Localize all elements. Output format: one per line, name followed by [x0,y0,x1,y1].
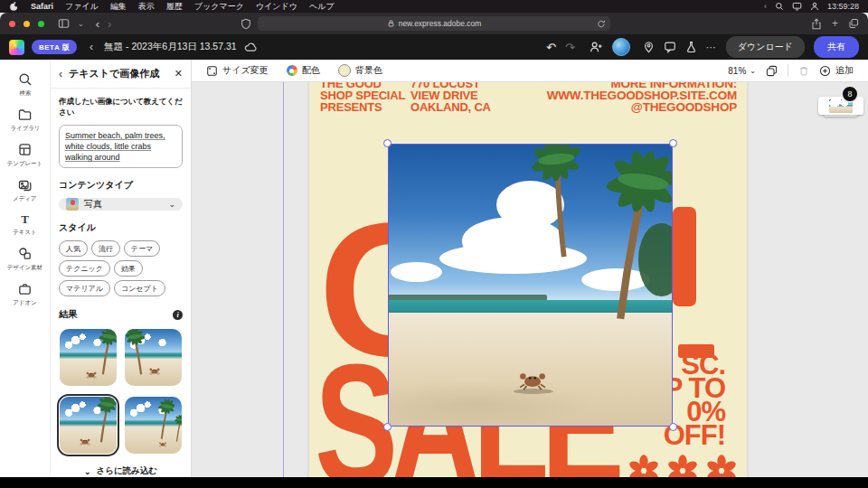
share-icon[interactable] [811,18,822,30]
user-menu-icon[interactable] [810,2,819,11]
comments-icon[interactable] [664,41,676,53]
results-grid [59,329,183,454]
rail-item-media[interactable]: メディア [0,174,50,209]
result-thumbnail-1[interactable] [60,329,117,386]
load-more-button[interactable]: ⌄ さらに読み込む [59,465,183,477]
left-rail: 検索 ライブラリ テンプレート メディア T テキスト デザイン素材 [0,60,50,477]
zoom-control[interactable]: 81% ⌄ [728,66,756,76]
redo-icon[interactable]: ↷ [565,42,575,53]
info-icon[interactable]: i [173,310,183,320]
chip-effect[interactable]: 効果 [114,260,143,277]
cloud-sync-icon[interactable] [244,42,258,52]
chevron-down-icon: ⌄ [750,67,756,75]
duplicate-page-icon[interactable] [766,65,778,77]
menu-view[interactable]: 表示 [138,1,155,13]
forward-button[interactable]: › [108,17,111,31]
tab-overview-icon[interactable] [848,18,859,29]
pages-count-badge[interactable]: 8 [841,85,859,103]
back-to-home-icon[interactable]: ‹ [90,41,93,53]
pages-stack-thumbnail[interactable] [817,97,864,127]
chip-popular[interactable]: 人気 [59,240,88,257]
rail-item-design-assets[interactable]: デザイン素材 [0,242,50,277]
rail-item-templates[interactable]: テンプレート [0,138,50,174]
menubar-app-name[interactable]: Safari [31,2,53,11]
prompt-input[interactable]: Summer beach, palm trees, white clouds, … [59,125,183,168]
panel-close-icon[interactable]: ✕ [175,68,183,80]
chip-concept[interactable]: コンセプト [114,280,165,296]
selected-beach-image[interactable] [388,144,673,427]
menubar-chevron-icon[interactable]: ‹ [764,2,767,11]
folder-icon [18,108,32,121]
media-icon [18,178,32,192]
address-bar[interactable]: new.express.adobe.com [258,16,610,31]
privacy-shield-icon[interactable] [241,18,251,30]
canvas-area[interactable]: THE GOOD SHOP SPECIAL PRESENTS 770 LOCUS… [192,82,868,477]
document-title[interactable]: 無題 - 2023年6月13日 13.57.31 [104,41,237,53]
chip-technique[interactable]: テクニック [59,260,110,277]
reload-icon[interactable] [597,19,606,29]
poster-text-presents[interactable]: THE GOOD SHOP SPECIAL PRESENTS [320,82,405,113]
download-button[interactable]: ダウンロード [726,36,805,58]
crab-figure [516,370,549,390]
chip-material[interactable]: マテリアル [59,280,110,296]
beta-badge: BETA 版 [32,40,77,54]
more-options-icon[interactable]: ⋯ [706,42,717,53]
menu-help[interactable]: ヘルプ [309,1,335,13]
rail-item-addons[interactable]: アドオン [0,277,50,313]
new-tab-icon[interactable]: + [832,17,838,30]
panel-title: テキストで画像作成 [69,67,168,80]
flower-asterisk-icons [627,455,738,477]
poster-text-info[interactable]: MORE INFORMATION: WWW.THEGOODSHOP.SITE.C… [547,82,737,113]
canvas-toolbar: サイズ変更 配色 背景色 81% ⌄ [192,60,868,82]
menu-file[interactable]: ファイル [65,1,99,13]
result-thumbnail-3-selected[interactable] [60,397,117,454]
menubar-clock[interactable]: 13:59:28 [827,2,859,11]
back-button[interactable]: ‹ [96,17,99,31]
poster-text-address[interactable]: 770 LOCUST VIEW DRIVE OAKLAND, CA [410,82,491,113]
menu-edit[interactable]: 編集 [110,1,127,13]
panel-back-icon[interactable]: ‹ [59,68,62,80]
apple-logo-icon[interactable] [9,1,19,12]
sidebar-chevron-icon[interactable]: ⌄ [78,20,84,28]
menu-history[interactable]: 履歴 [166,1,183,13]
selection-handle-bottom-left[interactable] [383,423,392,431]
content-type-dropdown[interactable]: 写真 ⌄ [59,198,183,211]
window-minimize-button[interactable] [24,21,30,27]
color-scheme-button[interactable]: 配色 [287,64,320,77]
menu-window[interactable]: ウインドウ [256,1,297,13]
result-thumbnail-2[interactable] [125,329,182,386]
menu-bookmarks[interactable]: ブックマーク [194,1,244,13]
result-thumbnail-4[interactable] [125,397,182,454]
resize-button[interactable]: サイズ変更 [206,64,269,77]
window-zoom-button[interactable] [38,21,44,27]
background-color-button[interactable]: 背景色 [338,64,382,77]
delete-page-icon[interactable] [798,65,809,77]
chevron-down-icon: ⌄ [168,200,175,209]
poster-letter-fragment [673,207,696,306]
add-collaborator-icon[interactable] [590,41,603,53]
selection-handle-top-left[interactable] [383,139,392,147]
window-close-button[interactable] [9,21,15,27]
rail-item-search[interactable]: 検索 [0,68,50,103]
lock-icon [387,19,395,28]
sidebar-toggle-icon[interactable] [58,18,70,29]
selection-handle-top-right[interactable] [669,139,677,147]
selection-handle-bottom-right[interactable] [669,423,677,431]
chip-theme[interactable]: テーマ [124,240,160,257]
chip-trending[interactable]: 流行 [91,240,120,257]
chevron-down-icon: ⌄ [84,467,91,476]
photo-type-thumbnail [66,198,79,211]
results-label: 結果 [59,308,77,321]
share-button[interactable]: 共有 [814,36,859,58]
comment-pin-icon[interactable] [643,41,655,53]
user-avatar[interactable] [612,38,630,56]
rail-item-library[interactable]: ライブラリ [0,103,50,138]
undo-icon[interactable]: ↶ [546,42,556,53]
search-icon [18,72,32,86]
add-page-button[interactable]: 追加 [819,64,854,77]
beaker-icon[interactable] [685,41,697,53]
rail-item-text[interactable]: T テキスト [0,209,50,242]
express-logo-icon[interactable] [9,40,24,55]
spotlight-icon[interactable] [775,2,784,11]
display-icon[interactable] [792,2,802,11]
